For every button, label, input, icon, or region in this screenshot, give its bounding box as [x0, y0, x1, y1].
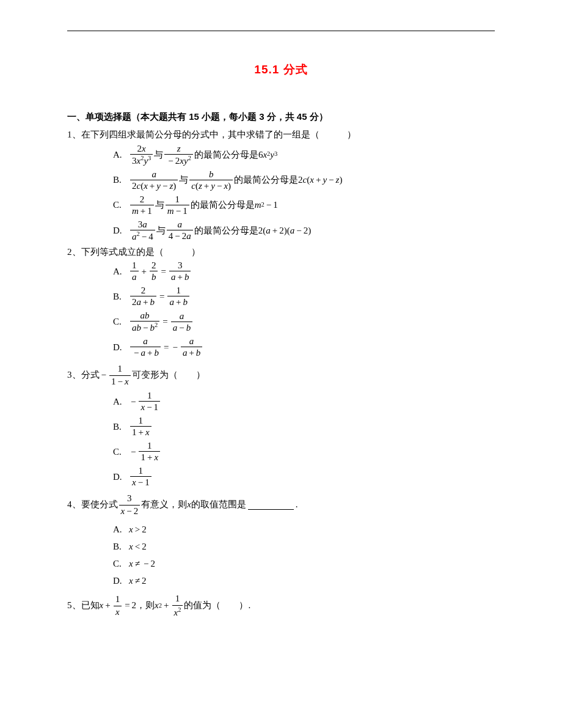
q5-stem-pre: 5、已知 — [67, 600, 100, 612]
q1-choices: A. 2x 3x2y3 与 z −2xy2 的最简公分母是 6x2y3 B. a… — [113, 142, 495, 243]
math: x — [100, 600, 104, 612]
q2-choices: A. 1a + 2b = 3a+b B. 22a+b = 1a+b C. aba… — [113, 259, 495, 359]
question-1: 1、在下列四组求最简公分母的分式中，其中求错了的一组是（ ） A. 2x 3x2… — [67, 129, 495, 243]
fraction: a 2c(x+y−z) — [130, 169, 178, 191]
choice-label: D. — [113, 342, 129, 353]
math: = — [162, 342, 170, 353]
math: − — [265, 199, 273, 210]
q4-stem-end: . — [296, 499, 298, 511]
question-4: 4、要使分式 3x−2 有意义，则 x 的取值范围是 . A. x>2 B. x… — [67, 492, 495, 586]
fraction: aa+b — [181, 336, 202, 358]
fraction: 2b — [150, 260, 158, 282]
math: 2 — [142, 575, 147, 586]
q5-stem: 5、已知 x+ 1x =2 ，则 x2+ 1x2 的值为（ ）. — [67, 592, 495, 619]
fraction: 22a+b — [130, 285, 156, 307]
q3-stem: 3、分式 − 11−x 可变形为（ ） — [67, 362, 495, 388]
q4-choices: A. x>2 B. x<2 C. x≠−2 D. x≠2 — [113, 524, 495, 586]
fraction: a 4−2a — [167, 219, 193, 241]
q4-choice-D: D. x≠2 — [113, 575, 495, 586]
math: 2 — [132, 600, 137, 612]
q2-stem-text: 2、下列等式成立的是（ ） — [67, 246, 200, 259]
q2-stem: 2、下列等式成立的是（ ） — [67, 246, 495, 259]
fraction: 1x−1 — [139, 390, 160, 413]
math: − — [170, 342, 179, 353]
math: 2)( — [279, 225, 290, 236]
choice-label: B. — [113, 174, 129, 185]
q1-stem-close: ） — [347, 129, 356, 141]
fraction: 2 m+1 — [130, 194, 154, 216]
math: c — [303, 174, 307, 185]
fraction: 1a+b — [167, 285, 189, 307]
q2-choice-C: C. abab−b2 = aa−b — [113, 309, 495, 334]
q1-choice-B: B. a 2c(x+y−z) 与 b c(z+y−x) 的最简公分母是 2c(x… — [113, 168, 495, 192]
fraction: 1 m−1 — [166, 194, 189, 216]
choice-label: C. — [113, 316, 129, 327]
math: − — [100, 369, 108, 381]
q4-stem-post: 的取值范围是 — [191, 499, 246, 511]
math: y — [270, 149, 274, 160]
q2-choice-D: D. a−a+b = − aa+b — [113, 335, 495, 359]
fraction: 1a — [130, 260, 139, 282]
math: x — [129, 541, 133, 552]
q3-stem-post: 可变形为（ ） — [132, 369, 205, 381]
q1-stem: 1、在下列四组求最简公分母的分式中，其中求错了的一组是（ ） — [67, 129, 495, 141]
math: + — [103, 600, 112, 612]
fraction: 2x 3x2y3 — [130, 143, 153, 166]
document-title: 15.1 分式 — [67, 62, 495, 78]
math: − — [294, 225, 303, 236]
fraction: b c(z+y−x) — [189, 169, 233, 191]
q1-stem-text: 1、在下列四组求最简公分母的分式中，其中求错了的一组是（ — [67, 129, 319, 141]
math: ≠ — [133, 558, 142, 569]
math: a — [290, 225, 295, 236]
choice-label: D. — [113, 471, 129, 482]
question-3: 3、分式 − 11−x 可变形为（ ） A. − 1x−1 B. 11+x C.… — [67, 362, 495, 488]
text: 与 — [179, 174, 188, 185]
choice-label: C. — [113, 199, 129, 210]
math: x — [187, 499, 191, 511]
choice-label: D. — [113, 225, 129, 236]
page: 15.1 分式 一、单项选择题（本大题共有 15 小题，每小题 3 分，共 45… — [0, 0, 562, 647]
fraction: aa−b — [171, 311, 192, 333]
fraction: 11+x — [139, 440, 160, 463]
q3-choices: A. − 1x−1 B. 11+x C. − 11+x D. 1x−1 — [113, 389, 495, 488]
text: 与 — [156, 225, 166, 236]
q4-choice-A: A. x>2 — [113, 524, 495, 535]
math: ) — [339, 174, 342, 185]
q2-choice-B: B. 22a+b = 1a+b — [113, 284, 495, 308]
choice-label: B. — [113, 291, 129, 302]
fill-blank — [248, 500, 294, 510]
math: − — [327, 174, 335, 185]
text: 的最简公分母是 — [191, 199, 255, 210]
choice-label: A. — [113, 266, 129, 277]
q5-stem-mid: ，则 — [136, 600, 155, 612]
math: 2 — [142, 524, 147, 535]
math: x — [129, 524, 133, 535]
choice-label: A. — [113, 149, 129, 160]
choice-label: A. — [113, 396, 129, 407]
q4-stem: 4、要使分式 3x−2 有意义，则 x 的取值范围是 . — [67, 492, 495, 518]
math: = — [158, 291, 166, 302]
fraction: abab−b2 — [130, 310, 159, 333]
math: x — [310, 174, 314, 185]
math: 2( — [258, 225, 266, 236]
q1-choice-D: D. 3a a2−4 与 a 4−2a 的最简公分母是 2(a+2)(a−2) — [113, 218, 495, 243]
choice-label: C. — [113, 558, 129, 569]
text: 的最简公分母是 — [234, 174, 298, 185]
section-heading: 一、单项选择题（本大题共有 15 小题，每小题 3 分，共 45 分） — [67, 111, 495, 123]
math: = — [161, 316, 169, 327]
math: ≠ — [133, 575, 142, 586]
math: + — [140, 266, 148, 277]
q3-choice-B: B. 11+x — [113, 414, 495, 438]
choice-label: B. — [113, 421, 129, 432]
text: 的最简公分母是 — [194, 225, 258, 236]
choice-label: D. — [113, 575, 129, 586]
math: + — [271, 225, 279, 236]
q5-stem-post: 的值为（ ）. — [184, 600, 250, 612]
top-rule — [67, 31, 495, 31]
math: a — [266, 225, 271, 236]
math: x — [263, 149, 267, 160]
fraction: z −2xy2 — [164, 143, 193, 166]
choice-label: C. — [113, 446, 129, 457]
math: + — [314, 174, 323, 185]
fraction: a−a+b — [130, 336, 161, 358]
